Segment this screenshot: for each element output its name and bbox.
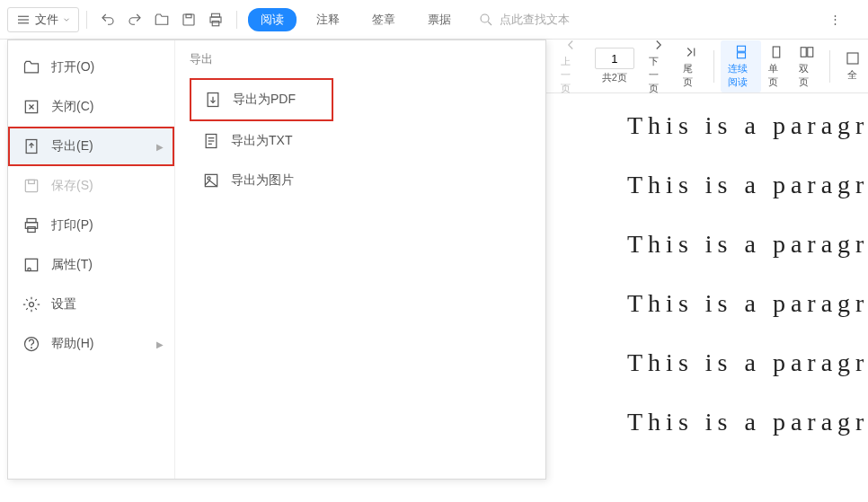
- last-page-icon: [683, 44, 699, 60]
- file-menu-label: 文件: [35, 12, 58, 28]
- menu-settings[interactable]: 设置: [8, 285, 174, 324]
- folder-icon: [154, 12, 170, 28]
- menu-help[interactable]: 帮助(H) ▶: [8, 324, 174, 364]
- undo-icon: [100, 12, 116, 28]
- submenu-title: 导出: [190, 51, 531, 67]
- tab-read[interactable]: 阅读: [248, 8, 297, 31]
- svg-rect-3: [183, 14, 194, 25]
- svg-rect-13: [774, 47, 781, 57]
- chevron-right-icon: [651, 37, 667, 53]
- save-button[interactable]: [181, 12, 197, 28]
- gear-icon: [22, 295, 40, 313]
- txt-icon: [202, 132, 220, 150]
- page-number-input[interactable]: [595, 48, 634, 69]
- text-line: This is a paragraph: [627, 289, 868, 318]
- svg-rect-11: [737, 46, 745, 51]
- chevron-left-icon: [562, 37, 579, 53]
- save-icon: [181, 12, 197, 28]
- print-icon: [208, 12, 224, 28]
- svg-point-38: [208, 177, 210, 180]
- menu-properties[interactable]: 属性(T): [8, 245, 174, 285]
- menu-print[interactable]: 打印(P): [8, 206, 174, 245]
- chevron-right-icon: ▶: [156, 339, 164, 349]
- divider: [236, 11, 237, 29]
- tab-sign[interactable]: 签章: [359, 8, 408, 31]
- menu-export[interactable]: 导出(E) ▶: [8, 127, 174, 166]
- text-line: This is a paragraph: [627, 408, 868, 436]
- search-input[interactable]: 点此查找文本: [478, 12, 570, 28]
- print-icon: [22, 216, 40, 234]
- fullscreen-icon: [845, 50, 861, 66]
- svg-point-27: [28, 268, 31, 270]
- svg-point-30: [31, 348, 32, 348]
- svg-rect-21: [25, 180, 37, 191]
- undo-button[interactable]: [100, 12, 116, 28]
- hamburger-icon: [15, 12, 31, 28]
- file-menu-panel: 打开(O) 关闭(C) 导出(E) ▶ 保存(S) 打印(P) 属性(T) 设置: [7, 40, 546, 480]
- document-viewport: This is a paragraph This is a paragraph …: [548, 93, 868, 502]
- double-view-button[interactable]: 双页: [792, 40, 822, 92]
- main-toolbar: 文件 阅读 注释 签章 票据 点此查找文本 ⋮: [0, 0, 868, 40]
- divider: [713, 50, 714, 83]
- file-menu-list: 打开(O) 关闭(C) 导出(E) ▶ 保存(S) 打印(P) 属性(T) 设置: [8, 40, 175, 479]
- redo-icon: [127, 12, 143, 28]
- single-page-icon: [768, 44, 784, 60]
- folder-open-icon: [22, 58, 40, 76]
- menu-save: 保存(S): [8, 166, 174, 206]
- close-doc-icon: [22, 98, 40, 116]
- search-placeholder: 点此查找文本: [500, 12, 570, 28]
- text-line: This is a paragraph: [627, 348, 868, 377]
- svg-rect-15: [808, 47, 813, 57]
- export-submenu: 导出 导出为PDF 导出为TXT 导出为图片: [175, 40, 545, 479]
- last-page-button[interactable]: 尾页: [676, 40, 706, 92]
- print-button[interactable]: [208, 12, 224, 28]
- tab-annotate[interactable]: 注释: [304, 8, 352, 31]
- help-icon: [22, 335, 40, 353]
- svg-rect-14: [802, 47, 807, 57]
- text-line: This is a paragraph: [627, 171, 868, 199]
- page-indicator: 共2页: [588, 44, 642, 88]
- continuous-icon: [733, 44, 749, 60]
- more-button[interactable]: ⋮: [829, 13, 843, 26]
- open-button[interactable]: [154, 12, 170, 28]
- export-icon: [22, 137, 40, 155]
- continuous-view-button[interactable]: 连续阅读: [721, 40, 761, 92]
- svg-point-8: [481, 14, 489, 22]
- text-line: This is a paragraph: [627, 111, 868, 140]
- fullscreen-button[interactable]: 全: [837, 47, 861, 85]
- next-page-button[interactable]: 下一页: [642, 33, 676, 99]
- export-txt[interactable]: 导出为TXT: [190, 121, 333, 161]
- svg-rect-7: [212, 21, 219, 25]
- properties-icon: [22, 256, 40, 274]
- navigation-bar: 上一页 共2页 下一页 尾页 连续阅读 单页 双页 全: [546, 40, 868, 93]
- pdf-icon: [204, 91, 222, 109]
- svg-rect-16: [847, 53, 858, 64]
- chevron-down-icon: [62, 15, 71, 24]
- prev-page-button[interactable]: 上一页: [554, 33, 588, 99]
- chevron-right-icon: ▶: [156, 142, 164, 152]
- export-pdf[interactable]: 导出为PDF: [190, 78, 333, 121]
- search-icon: [478, 12, 494, 28]
- double-page-icon: [799, 44, 815, 60]
- single-view-button[interactable]: 单页: [761, 40, 792, 92]
- tab-ticket[interactable]: 票据: [415, 8, 464, 31]
- divider: [86, 11, 87, 29]
- menu-close[interactable]: 关闭(C): [8, 87, 174, 127]
- text-line: This is a paragraph: [627, 230, 868, 259]
- redo-button[interactable]: [127, 12, 143, 28]
- file-menu-button[interactable]: 文件: [7, 7, 79, 32]
- svg-rect-25: [28, 227, 35, 233]
- svg-rect-4: [186, 14, 191, 18]
- save-icon: [22, 177, 40, 195]
- svg-rect-12: [737, 52, 745, 57]
- svg-point-28: [30, 303, 34, 307]
- svg-rect-22: [29, 180, 35, 183]
- image-icon: [202, 172, 220, 189]
- svg-line-9: [488, 22, 492, 25]
- export-image[interactable]: 导出为图片: [190, 161, 333, 200]
- menu-open[interactable]: 打开(O): [8, 48, 174, 87]
- divider: [829, 50, 830, 83]
